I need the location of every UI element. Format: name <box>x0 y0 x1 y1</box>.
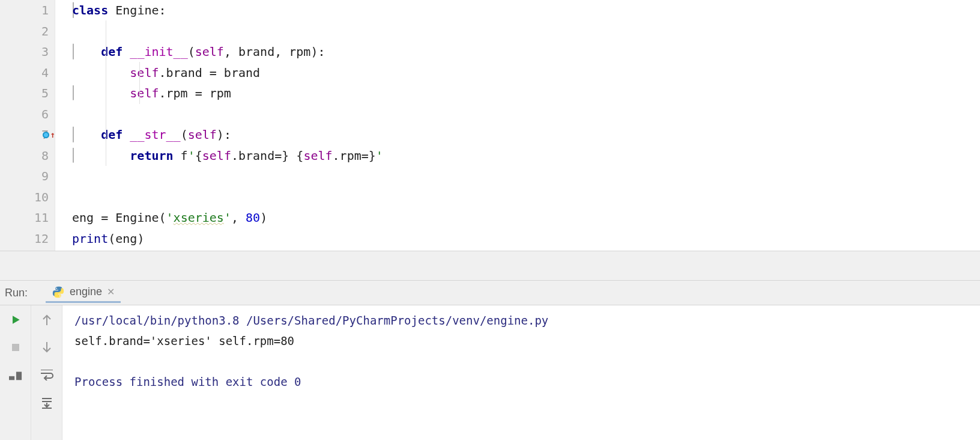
python-file-icon <box>52 286 65 299</box>
close-tab-icon[interactable]: ✕ <box>107 286 115 298</box>
run-toolwindow-header: Run: engine ✕ <box>0 281 980 305</box>
line-number-gutter: 1 2 3 4 5 6 7 ↑ 8 9 10 11 12 <box>0 0 55 251</box>
svg-rect-2 <box>12 344 19 351</box>
svg-point-0 <box>56 287 57 289</box>
run-toolbar-secondary <box>31 305 62 440</box>
run-toolwindow-body: /usr/local/bin/python3.8 /Users/Shared/P… <box>0 305 980 440</box>
svg-rect-3 <box>9 376 14 380</box>
line-number: 9 <box>0 166 55 187</box>
rerun-button[interactable] <box>7 311 24 328</box>
code-line: def __str__(self): <box>72 124 980 145</box>
line-number: 6 <box>0 104 55 125</box>
console-command-line: /usr/local/bin/python3.8 /Users/Shared/P… <box>74 310 968 331</box>
console-output[interactable]: /usr/local/bin/python3.8 /Users/Shared/P… <box>62 305 980 440</box>
line-number: 12 <box>0 228 55 249</box>
scroll-down-button[interactable] <box>38 339 55 356</box>
run-tab[interactable]: engine ✕ <box>46 283 121 303</box>
indent-guide <box>106 20 106 166</box>
line-number: 2 <box>0 21 55 42</box>
code-line <box>72 187 980 208</box>
code-line: self.rpm = rpm <box>72 83 980 104</box>
run-toolbar-primary <box>0 305 31 440</box>
soft-wrap-button[interactable] <box>38 367 55 383</box>
code-line <box>72 166 980 187</box>
code-line <box>72 104 980 125</box>
line-number: 7 ↑ <box>0 124 55 145</box>
code-line: eng = Engine('xseries', 80) <box>72 207 980 228</box>
line-number: 4 <box>0 63 55 84</box>
indent-guide <box>139 62 140 104</box>
console-exit-line: Process finished with exit code 0 <box>74 371 968 392</box>
editor-footer <box>0 251 980 281</box>
svg-point-1 <box>59 295 61 296</box>
line-number: 1 <box>0 0 55 21</box>
line-number: 3 <box>0 41 55 63</box>
code-editor[interactable]: 1 2 3 4 5 6 7 ↑ 8 9 10 11 12 class Engin… <box>0 0 980 251</box>
code-area[interactable]: class Engine: def __init__(self, brand, … <box>55 0 980 251</box>
run-tab-label: engine <box>70 286 102 298</box>
code-line: return f'{self.brand=} {self.rpm=}' <box>72 145 980 167</box>
scroll-up-button[interactable] <box>38 311 55 328</box>
layout-button[interactable] <box>7 367 24 383</box>
line-number: 5 <box>0 83 55 104</box>
code-line: def __init__(self, brand, rpm): <box>72 41 980 63</box>
code-line <box>72 21 980 42</box>
line-number: 10 <box>0 187 55 208</box>
stop-button[interactable] <box>7 339 24 356</box>
line-number: 8 <box>0 145 55 167</box>
override-marker-icon[interactable]: ↑ <box>43 130 55 139</box>
run-label: Run: <box>5 287 28 299</box>
code-line: self.brand = brand <box>72 63 980 84</box>
svg-rect-4 <box>16 372 21 380</box>
scroll-to-end-button[interactable] <box>38 394 55 411</box>
line-number: 11 <box>0 207 55 228</box>
console-stdout-line: self.brand='xseries' self.rpm=80 <box>74 331 968 351</box>
console-blank-line <box>74 351 968 371</box>
code-line: class Engine: <box>72 0 980 21</box>
code-line: print(eng) <box>72 228 980 249</box>
